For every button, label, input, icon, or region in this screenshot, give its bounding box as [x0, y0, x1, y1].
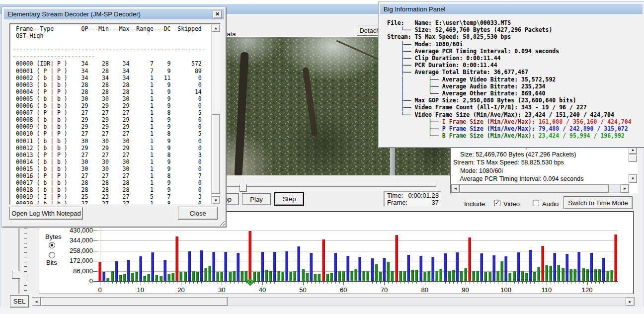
- gridline: [95, 261, 618, 261]
- frame-size-bar: [419, 256, 422, 281]
- y-axis-tick: [93, 261, 97, 261]
- x-axis-tick: [603, 282, 604, 284]
- table-row: 00009 ( b | b ) 29 29 29 1 9 0: [12, 123, 209, 130]
- close-button[interactable]: Close: [178, 207, 218, 220]
- x-axis-tick: [157, 282, 157, 284]
- x-axis-tick-label: 120: [580, 286, 595, 294]
- frame-size-bar: [257, 272, 260, 281]
- slider-tick: [24, 290, 27, 291]
- frame-size-bar: [297, 246, 300, 281]
- esd-dialog-titlebar[interactable]: Elementary Stream Decoder (JM-SP Decoder…: [4, 9, 224, 19]
- frame-size-bar: [602, 258, 605, 281]
- frame-size-bar: [179, 272, 182, 281]
- table-row: 00000 (IDR| P ) 34 28 34 7 9 572: [12, 60, 209, 67]
- x-axis-tick: [482, 282, 482, 284]
- frame-size-bar: [565, 254, 568, 281]
- frame-size-bar: [293, 271, 296, 281]
- x-axis-tick: [303, 282, 304, 285]
- table-row: 00015 ( b | b ) 30 30 30 1 9 0: [12, 165, 209, 172]
- table-row: 00012 ( b | b ) 29 29 29 1 9 0: [12, 145, 209, 152]
- seek-slider-track[interactable]: [227, 186, 436, 187]
- esd-scrollbar-thumb[interactable]: [212, 114, 220, 194]
- info-line: ├── P Frame Size (Min/Ave/Max): 79,488 /…: [387, 125, 638, 132]
- frame-size-bar: [216, 272, 219, 281]
- x-axis-tick-label: 50: [296, 286, 311, 294]
- frame-size-bar: [167, 274, 170, 281]
- frame-size-bar: [151, 252, 154, 281]
- video-checkbox[interactable]: ✓: [494, 200, 500, 206]
- scroll-left-icon[interactable]: ◄: [451, 184, 460, 193]
- x-axis-tick: [319, 282, 320, 284]
- frame-size-bar: [265, 270, 268, 281]
- seek-slider-thumb[interactable]: [240, 182, 247, 192]
- audio-checkbox-label: Audio: [542, 200, 559, 208]
- bottom-scrollbar-thumb[interactable]: [41, 297, 228, 306]
- scroll-up-icon[interactable]: ▲: [212, 24, 220, 32]
- switch-to-time-mode-button[interactable]: Switch to Time Mode: [564, 196, 633, 209]
- frame-size-bar: [285, 251, 288, 281]
- left-slider-thumb[interactable]: [12, 271, 23, 279]
- y-axis-tick: [93, 251, 97, 251]
- log-line: ----------------------------------------…: [12, 46, 209, 53]
- x-axis-tick-label: 80: [417, 286, 432, 294]
- step-button[interactable]: Step: [275, 193, 304, 205]
- x-axis-tick: [193, 282, 194, 284]
- frame-size-bar: [171, 273, 174, 281]
- x-axis-tick: [587, 282, 588, 285]
- esd-log-listbox[interactable]: Frame--Type QP---Min---Max--Range---DC S…: [9, 23, 221, 205]
- frame-size-bar: [143, 276, 146, 281]
- scroll-left-icon[interactable]: ◄: [32, 297, 41, 306]
- frame-size-bar: [448, 271, 451, 281]
- slider-tick: [24, 243, 27, 243]
- scroll-right-icon[interactable]: ►: [626, 297, 635, 306]
- info-line: ├── PCR Duration: 0:00:11.44: [387, 62, 638, 69]
- open-log-button[interactable]: Open Log With Notepad: [9, 207, 83, 220]
- scroll-down-icon[interactable]: ▼: [212, 196, 220, 204]
- x-axis-tick: [258, 282, 259, 284]
- x-axis-tick: [165, 282, 165, 284]
- y-axis-tick: [93, 240, 97, 241]
- info-segment: I Frame Size (Min/Ave/Max):: [442, 118, 539, 125]
- close-icon[interactable]: ✕: [213, 10, 222, 18]
- x-axis-tick: [153, 282, 153, 284]
- x-axis-tick-label: 60: [336, 286, 351, 294]
- x-axis-tick: [380, 282, 381, 284]
- play-button[interactable]: Play: [242, 193, 271, 205]
- x-axis-tick: [214, 282, 214, 284]
- frame-size-bar: [468, 237, 471, 281]
- frame-size-bar: [395, 235, 398, 281]
- x-axis-tick: [169, 282, 169, 284]
- frame-size-bar: [529, 250, 532, 281]
- frame-size-bar: [302, 269, 305, 281]
- vertical-scrollbar-thumb[interactable]: [629, 155, 637, 162]
- frame-size-bar: [244, 271, 247, 281]
- slider-tick: [24, 238, 27, 238]
- table-row: 00003 ( b | b ) 28 28 28 1 9 0: [12, 81, 209, 88]
- x-axis-tick: [331, 282, 332, 284]
- scroll-right-icon[interactable]: ►: [621, 184, 629, 193]
- esd-vertical-scrollbar[interactable]: ▲ ▼: [211, 24, 220, 204]
- y-axis-tick-label: 0: [40, 277, 93, 285]
- x-axis-tick: [120, 282, 121, 284]
- info-line: ├── Clip Duration: 0:00:11.44: [387, 55, 638, 62]
- info-segment: P Frame Size (Min/Ave/Max):: [442, 125, 539, 132]
- left-slider-track[interactable]: [18, 229, 21, 294]
- info-segment: ├── Max GOP Size: 2,950,080 Bytes (23,60…: [387, 97, 576, 104]
- small-info-panel[interactable]: File: Name: E:¥user¥temp¥00033.MTS Size:…: [450, 145, 638, 194]
- sel-button[interactable]: SEL: [10, 295, 29, 308]
- horizontal-scrollbar-thumb[interactable]: [460, 184, 609, 193]
- frame-size-bar: [155, 275, 158, 281]
- x-axis-tick-label: 100: [498, 286, 513, 294]
- frame-size-bar: [123, 274, 126, 281]
- resize-grip[interactable]: [219, 220, 225, 226]
- seek-slider-end-tick: [436, 180, 436, 185]
- frame-size-bar: [480, 253, 483, 281]
- scroll-down-icon[interactable]: ▼: [629, 174, 637, 183]
- x-axis-tick: [137, 282, 137, 284]
- x-axis-tick: [356, 282, 356, 284]
- audio-checkbox[interactable]: [533, 200, 539, 206]
- x-axis-tick: [388, 282, 389, 284]
- x-axis-tick: [230, 282, 231, 284]
- big-information-panel: Big Information Panel File: Name: E:\use…: [379, 2, 644, 148]
- info-segment: ├── PCR Duration: 0:00:11.44: [387, 62, 497, 69]
